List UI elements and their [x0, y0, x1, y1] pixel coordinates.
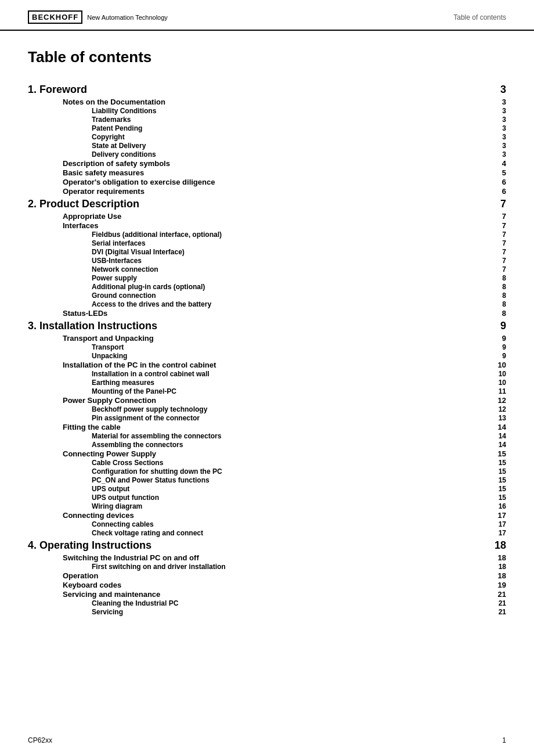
- toc-level2-label: Delivery conditions: [92, 150, 156, 159]
- toc-level2-page: 11: [489, 387, 506, 395]
- toc-level2-page: 8: [489, 291, 506, 300]
- toc-level2-item: Liability Conditions3: [28, 107, 506, 115]
- toc-level2-label: Cleaning the Industrial PC: [92, 599, 178, 607]
- toc-level1-page: 21: [489, 590, 506, 599]
- toc-heading-page: 18: [489, 539, 506, 552]
- toc-level1-label: Installation of the PC in the control ca…: [63, 361, 216, 369]
- toc-level1-item: Operation18: [28, 571, 506, 580]
- toc-level2-label: PC_ON and Power Status functions: [92, 476, 210, 484]
- toc-level2-page: 7: [489, 257, 506, 265]
- toc-level2-label: First switching on and driver installati…: [92, 563, 226, 571]
- toc-level1-page: 18: [489, 571, 506, 580]
- toc-level2-item: Serial interfaces7: [28, 239, 506, 247]
- toc-level1-label: Basic safety measures: [63, 168, 144, 177]
- toc-level2-page: 17: [489, 520, 506, 528]
- toc-level1-page: 14: [489, 423, 506, 431]
- toc-level2-page: 21: [489, 599, 506, 607]
- toc-level1-page: 6: [489, 178, 506, 186]
- toc-level1-item: Interfaces7: [28, 221, 506, 230]
- toc-level1-label: Operator's obligation to exercise dilige…: [63, 178, 215, 186]
- logo-tagline: New Automation Technology: [87, 14, 168, 21]
- toc-level1-label: Description of safety symbols: [63, 159, 170, 168]
- toc-level1-label: Notes on the Documentation: [63, 98, 165, 106]
- toc-level2-item: State at Delivery3: [28, 142, 506, 150]
- toc-container: 1. Foreword3Notes on the Documentation3L…: [28, 84, 506, 616]
- toc-level2-label: Material for assembling the connectors: [92, 432, 221, 440]
- toc-level1-item: Appropriate Use7: [28, 212, 506, 221]
- toc-level2-item: Configuration for shutting down the PC15: [28, 467, 506, 476]
- toc-level2-item: DVI (Digital Visual Interface)7: [28, 248, 506, 256]
- toc-level2-item: Assembling the connectors14: [28, 441, 506, 449]
- toc-level2-page: 15: [489, 476, 506, 484]
- toc-level2-label: Patent Pending: [92, 124, 142, 132]
- toc-level2-label: Earthing measures: [92, 379, 154, 387]
- toc-level2-page: 3: [489, 116, 506, 124]
- toc-level1-label: Fitting the cable: [63, 423, 121, 431]
- toc-level2-page: 17: [489, 529, 506, 537]
- toc-level2-label: Connecting cables: [92, 520, 154, 528]
- toc-level2-page: 8: [489, 300, 506, 308]
- toc-level1-item: Connecting devices17: [28, 511, 506, 520]
- toc-level1-page: 12: [489, 396, 506, 405]
- toc-level2-label: Unpacking: [92, 352, 127, 360]
- toc-level1-item: Fitting the cable14: [28, 423, 506, 431]
- toc-level2-label: Check voltage rating and connect: [92, 529, 203, 537]
- toc-level2-item: USB-Interfaces7: [28, 257, 506, 265]
- toc-level1-item: Operator requirements6: [28, 187, 506, 196]
- toc-level2-page: 15: [489, 494, 506, 502]
- toc-level2-label: Servicing: [92, 608, 123, 616]
- toc-level2-item: Mounting of the Panel-PC11: [28, 387, 506, 395]
- toc-level1-item: Installation of the PC in the control ca…: [28, 361, 506, 369]
- toc-level2-page: 15: [489, 459, 506, 467]
- toc-level1-page: 8: [489, 309, 506, 318]
- toc-section-heading: 3. Installation Instructions9: [28, 320, 506, 332]
- toc-level2-item: Cable Cross Sections15: [28, 459, 506, 467]
- toc-level1-label: Servicing and maintenance: [63, 590, 160, 599]
- toc-level2-label: Copyright: [92, 133, 125, 141]
- toc-level1-label: Operator requirements: [63, 187, 145, 196]
- toc-level2-label: Transport: [92, 343, 124, 351]
- footer-right: 1: [502, 736, 506, 744]
- toc-level1-label: Operation: [63, 571, 98, 580]
- toc-level2-page: 7: [489, 231, 506, 239]
- toc-level1-label: Interfaces: [63, 221, 98, 230]
- toc-level2-item: Material for assembling the connectors14: [28, 432, 506, 440]
- toc-level2-item: Ground connection8: [28, 291, 506, 300]
- toc-level2-page: 21: [489, 608, 506, 616]
- toc-level1-page: 18: [489, 553, 506, 562]
- toc-level2-item: Network connection7: [28, 265, 506, 273]
- toc-level1-page: 10: [489, 361, 506, 369]
- toc-level1-item: Description of safety symbols4: [28, 159, 506, 168]
- toc-level2-item: UPS output function15: [28, 494, 506, 502]
- toc-level2-item: Trademarks3: [28, 116, 506, 124]
- toc-level1-label: Status-LEDs: [63, 309, 107, 318]
- toc-level1-item: Transport and Unpacking9: [28, 334, 506, 343]
- footer: CP62xx 1: [28, 736, 506, 744]
- toc-level2-item: Access to the drives and the battery8: [28, 300, 506, 308]
- toc-level2-page: 7: [489, 239, 506, 247]
- footer-left: CP62xx: [28, 736, 52, 744]
- toc-level2-item: UPS output15: [28, 485, 506, 493]
- toc-level1-label: Switching the Industrial PC on and off: [63, 553, 199, 562]
- toc-heading-page: 7: [489, 198, 506, 210]
- toc-level2-page: 15: [489, 485, 506, 493]
- toc-level2-item: Fieldbus (additional interface, optional…: [28, 231, 506, 239]
- toc-level2-label: Trademarks: [92, 116, 131, 124]
- toc-level2-label: Network connection: [92, 265, 158, 273]
- toc-level2-label: Pin assignment of the connector: [92, 414, 200, 422]
- toc-section-heading: 1. Foreword3: [28, 84, 506, 96]
- toc-level2-label: Cable Cross Sections: [92, 459, 163, 467]
- toc-heading-page: 9: [489, 320, 506, 332]
- toc-level1-page: 6: [489, 187, 506, 196]
- toc-level2-page: 7: [489, 248, 506, 256]
- toc-level1-page: 17: [489, 511, 506, 520]
- toc-level2-item: Pin assignment of the connector13: [28, 414, 506, 422]
- toc-level1-page: 7: [489, 212, 506, 221]
- toc-level2-page: 10: [489, 370, 506, 378]
- toc-level2-page: 18: [489, 563, 506, 571]
- toc-level2-label: Ground connection: [92, 291, 156, 300]
- toc-level2-page: 14: [489, 432, 506, 440]
- toc-level1-item: Basic safety measures5: [28, 168, 506, 177]
- toc-section-heading: 4. Operating Instructions18: [28, 539, 506, 552]
- toc-level2-item: Unpacking9: [28, 352, 506, 360]
